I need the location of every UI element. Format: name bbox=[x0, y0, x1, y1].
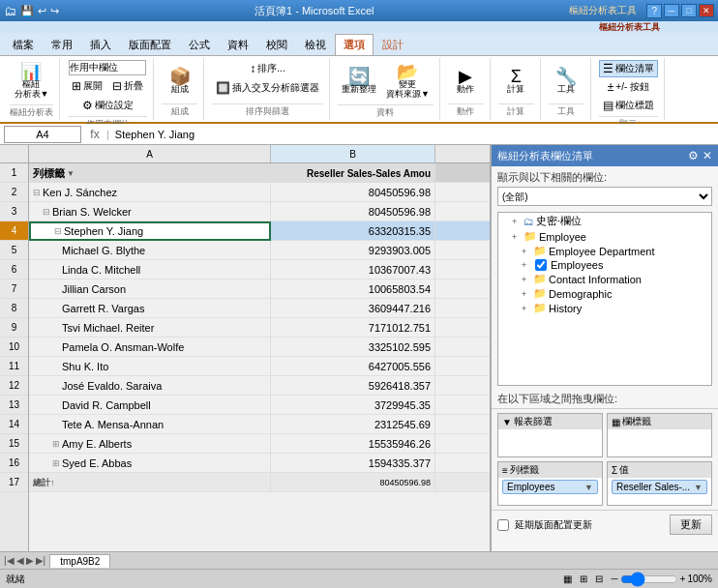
row-num-2[interactable]: 2 bbox=[0, 183, 28, 202]
tree-item-emp-dept[interactable]: + 📁 Employee Department bbox=[498, 244, 711, 258]
slicer-btn[interactable]: 🔲插入交叉分析篩選器 bbox=[212, 79, 323, 97]
tab-data[interactable]: 資料 bbox=[219, 34, 257, 55]
cell-b-13[interactable]: 3729945.35 bbox=[271, 396, 435, 415]
cell-b-4[interactable]: 63320315.35 bbox=[271, 221, 435, 241]
row-num-3[interactable]: 3 bbox=[0, 202, 28, 221]
cell-a-9[interactable]: Tsvi Michael. Reiter bbox=[29, 318, 271, 338]
chip-arrow-employees[interactable]: ▼ bbox=[584, 483, 593, 492]
tab-next-btn[interactable]: ▶ bbox=[26, 555, 34, 566]
minimize-btn[interactable]: ─ bbox=[664, 4, 679, 17]
formula-input[interactable] bbox=[111, 129, 718, 140]
change-source-btn[interactable]: 📂 變更資料來源▼ bbox=[382, 60, 434, 103]
pivot-table-btn[interactable]: 📊 樞紐分析表▼ bbox=[11, 60, 53, 103]
col-header-b[interactable]: B bbox=[271, 145, 435, 162]
tab-last-btn[interactable]: ▶| bbox=[36, 555, 46, 566]
expand-icon-3[interactable]: ⊟ bbox=[43, 207, 50, 217]
quick-access-redo[interactable]: ↪ bbox=[50, 5, 59, 17]
active-field-input[interactable] bbox=[69, 60, 146, 75]
employees-checkbox[interactable] bbox=[535, 259, 547, 271]
cell-b-12[interactable]: 5926418.357 bbox=[271, 376, 435, 396]
tab-formula[interactable]: 公式 bbox=[180, 34, 219, 55]
cell-a-14[interactable]: Tete A. Mensa-Annan bbox=[29, 415, 271, 434]
tab-options[interactable]: 選項 bbox=[335, 34, 374, 55]
cell-a-16[interactable]: ⊞ Syed E. Abbas bbox=[29, 454, 271, 473]
tab-first-btn[interactable]: |◀ bbox=[4, 555, 15, 566]
close-btn[interactable]: ✕ bbox=[699, 4, 714, 17]
cell-a-10[interactable]: Pamela O. Ansman-Wolfe bbox=[29, 338, 271, 357]
normal-view-btn[interactable]: ▦ bbox=[563, 573, 572, 584]
row-num-17[interactable]: 17 bbox=[0, 473, 28, 492]
panel-settings-btn[interactable]: ⚙ bbox=[688, 149, 699, 162]
tab-prev-btn[interactable]: ◀ bbox=[16, 555, 24, 566]
cell-b-2[interactable]: 80450596.98 bbox=[271, 183, 435, 202]
action-btn[interactable]: ▶ 動作 bbox=[450, 65, 481, 98]
row-num-5[interactable]: 5 bbox=[0, 241, 28, 260]
chip-arrow-values[interactable]: ▼ bbox=[694, 483, 703, 492]
cell-a-11[interactable]: Shu K. Ito bbox=[29, 357, 271, 376]
row-num-8[interactable]: 8 bbox=[0, 299, 28, 318]
cell-a-17[interactable]: 總計↑ bbox=[29, 473, 271, 492]
cell-a-5[interactable]: Michael G. Blythe bbox=[29, 241, 271, 260]
expand-field-btn[interactable]: ⊞展開 bbox=[68, 77, 106, 95]
row-num-1[interactable]: 1 bbox=[0, 163, 28, 183]
tree-item-contact[interactable]: + 📁 Contact Information bbox=[498, 272, 711, 286]
zoom-in-btn[interactable]: + bbox=[680, 573, 686, 584]
field-list-btn[interactable]: ☰欄位清單 bbox=[599, 60, 658, 77]
help-btn[interactable]: ? bbox=[646, 4, 662, 18]
cell-b-15[interactable]: 15535946.26 bbox=[271, 434, 435, 454]
tree-expand-history[interactable]: + bbox=[522, 304, 531, 313]
row-num-11[interactable]: 11 bbox=[0, 357, 28, 376]
calc-btn[interactable]: Σ 計算 bbox=[500, 65, 531, 98]
row-num-10[interactable]: 10 bbox=[0, 338, 28, 357]
tree-expand-contact[interactable]: + bbox=[522, 275, 531, 284]
reseller-sales-chip[interactable]: Reseller Sales-... ▼ bbox=[612, 480, 707, 494]
cell-b-3[interactable]: 80450596.98 bbox=[271, 202, 435, 221]
cell-b-8[interactable]: 3609447.216 bbox=[271, 299, 435, 318]
tree-expand-employee[interactable]: + bbox=[512, 232, 522, 242]
tree-item-employees[interactable]: + Employees bbox=[498, 258, 711, 272]
row-num-9[interactable]: 9 bbox=[0, 318, 28, 338]
filter-icon[interactable]: ▼ bbox=[67, 169, 75, 178]
row-num-14[interactable]: 14 bbox=[0, 415, 28, 434]
zoom-out-btn[interactable]: ─ bbox=[611, 573, 617, 584]
tree-expand-demographic[interactable]: + bbox=[522, 289, 531, 299]
cell-a-3[interactable]: ⊟ Brian S. Welcker bbox=[29, 202, 271, 221]
zoom-slider[interactable] bbox=[620, 572, 678, 587]
cell-b-7[interactable]: 10065803.54 bbox=[271, 279, 435, 299]
values-body[interactable]: Reseller Sales-... ▼ bbox=[608, 478, 711, 505]
update-btn[interactable]: 更新 bbox=[670, 514, 712, 535]
cell-a-13[interactable]: David R. Campbell bbox=[29, 396, 271, 415]
group-btn[interactable]: 📦 組成 bbox=[165, 65, 195, 98]
cell-a-2[interactable]: ⊟ Ken J. Sánchez bbox=[29, 183, 271, 202]
row-num-4[interactable]: 4 bbox=[0, 221, 28, 241]
filter-select[interactable]: (全部) bbox=[497, 187, 712, 206]
tab-review[interactable]: 校閱 bbox=[257, 34, 296, 55]
maximize-btn[interactable]: □ bbox=[681, 4, 697, 17]
cell-a-6[interactable]: Linda C. Mitchell bbox=[29, 260, 271, 279]
tree-expand-employees[interactable]: + bbox=[522, 260, 531, 270]
refresh-btn[interactable]: 🔄 重新整理 bbox=[338, 65, 380, 98]
collapse-field-btn[interactable]: ⊟折疊 bbox=[108, 77, 147, 95]
row-num-13[interactable]: 13 bbox=[0, 396, 28, 415]
sheet-tab-tmp[interactable]: tmpA9B2 bbox=[49, 554, 110, 568]
row-num-7[interactable]: 7 bbox=[0, 279, 28, 299]
cell-b-6[interactable]: 10367007.43 bbox=[271, 260, 435, 279]
header-col-a[interactable]: 列標籤 ▼ bbox=[29, 163, 271, 183]
row-num-12[interactable]: 12 bbox=[0, 376, 28, 396]
tab-insert[interactable]: 插入 bbox=[81, 34, 120, 55]
cell-b-11[interactable]: 6427005.556 bbox=[271, 357, 435, 376]
tree-item-history[interactable]: + 📁 History bbox=[498, 301, 711, 315]
page-break-btn[interactable]: ⊟ bbox=[595, 573, 603, 584]
field-tree[interactable]: + 🗂 史密·欄位 + 📁 Employee + 📁 Employee Depa… bbox=[497, 212, 712, 386]
cell-a-7[interactable]: Jillian Carson bbox=[29, 279, 271, 299]
tab-design[interactable]: 設計 bbox=[374, 34, 412, 55]
expand-icon-4[interactable]: ⊟ bbox=[54, 226, 62, 236]
report-filter-body[interactable] bbox=[498, 429, 602, 456]
employees-chip[interactable]: Employees ▼ bbox=[502, 480, 598, 494]
panel-close-btn[interactable]: ✕ bbox=[703, 149, 712, 162]
defer-checkbox[interactable] bbox=[497, 519, 509, 531]
row-labels-body[interactable]: Employees ▼ bbox=[498, 478, 602, 505]
tab-home[interactable]: 常用 bbox=[43, 34, 81, 55]
row-num-16[interactable]: 16 bbox=[0, 454, 28, 473]
expand-icon-16[interactable]: ⊞ bbox=[52, 458, 60, 468]
